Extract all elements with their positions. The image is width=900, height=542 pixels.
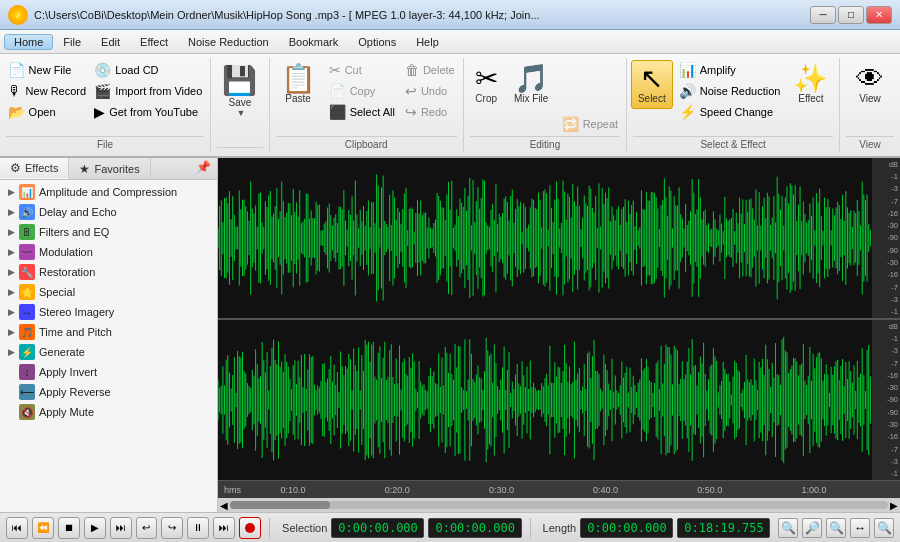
effects-tab-icon: ⚙ bbox=[10, 161, 21, 175]
crop-button[interactable]: ✂ Crop bbox=[468, 60, 505, 109]
category-generate[interactable]: ▶ ⚡ Generate bbox=[0, 342, 217, 362]
paste-button[interactable]: 📋 Paste bbox=[274, 60, 323, 109]
waveform-channel-top[interactable]: dB -1 -3 -7 -16 -30 -90 -90 -30 -16 -7 -… bbox=[218, 158, 900, 320]
mix-file-icon: 🎵 bbox=[514, 65, 549, 93]
transport-stop-button[interactable]: ⏹ bbox=[58, 517, 80, 539]
menu-home[interactable]: Home bbox=[4, 34, 53, 50]
copy-button[interactable]: 📄 Copy bbox=[325, 81, 399, 101]
category-stereo-imagery[interactable]: ▶ ↔ Stereo Imagery bbox=[0, 302, 217, 322]
redo-icon: ↪ bbox=[405, 104, 417, 120]
ribbon-group-view: 👁 View View bbox=[840, 58, 900, 152]
amplify-button[interactable]: 📊 Amplify bbox=[675, 60, 785, 80]
transport-loop-fwd-button[interactable]: ↪ bbox=[161, 517, 183, 539]
waveform-channel-bottom[interactable]: dB -1 -3 -7 -16 -30 -90 -90 -30 -16 -7 -… bbox=[218, 320, 900, 480]
delete-button[interactable]: 🗑 Delete bbox=[401, 60, 459, 80]
menu-help[interactable]: Help bbox=[406, 34, 449, 50]
category-amplitude[interactable]: ▶ 📊 Amplitude and Compression bbox=[0, 182, 217, 202]
category-filters-eq[interactable]: ▶ 🎚 Filters and EQ bbox=[0, 222, 217, 242]
tab-favorites[interactable]: ★ Favorites bbox=[69, 158, 150, 179]
file-buttons-left: 📄 New File 🎙 New Record 📂 Open bbox=[4, 60, 91, 122]
select-all-button[interactable]: ⬛ Select All bbox=[325, 102, 399, 122]
effect-buttons: 📊 Amplify 🔊 Noise Reduction ⚡ Speed Chan… bbox=[675, 60, 785, 122]
zoom-in-button[interactable]: 🔍 bbox=[778, 518, 798, 538]
category-apply-reverse[interactable]: ▶ ⟵ Apply Reverse bbox=[0, 382, 217, 402]
cut-button[interactable]: ✂ Cut bbox=[325, 60, 399, 80]
timeline: hms 0:10.0 0:20.0 0:30.0 0:40.0 0:50.0 1… bbox=[218, 480, 900, 498]
length-label: Length bbox=[543, 522, 577, 534]
menu-bookmark[interactable]: Bookmark bbox=[279, 34, 349, 50]
get-youtube-button[interactable]: ▶ Get from YouTube bbox=[90, 102, 206, 122]
category-apply-invert[interactable]: ▶ ↕ Apply Invert bbox=[0, 362, 217, 382]
close-button[interactable]: ✕ bbox=[866, 6, 892, 24]
scroll-left-button[interactable]: ◀ bbox=[220, 500, 228, 511]
view-button[interactable]: 👁 View bbox=[849, 60, 891, 109]
menu-options[interactable]: Options bbox=[348, 34, 406, 50]
transport-record-button[interactable] bbox=[239, 517, 261, 539]
effect-button[interactable]: ✨ Effect bbox=[786, 60, 835, 109]
category-delay-echo[interactable]: ▶ 🔊 Delay and Echo bbox=[0, 202, 217, 222]
scrollbar-thumb[interactable] bbox=[230, 501, 330, 509]
pin-button[interactable]: 📌 bbox=[190, 158, 217, 179]
get-youtube-icon: ▶ bbox=[94, 104, 105, 120]
new-file-button[interactable]: 📄 New File bbox=[4, 60, 91, 80]
category-apply-mute[interactable]: ▶ 🔇 Apply Mute bbox=[0, 402, 217, 422]
import-video-button[interactable]: 🎬 Import from Video bbox=[90, 81, 206, 101]
undo-icon: ↩ bbox=[405, 83, 417, 99]
minimize-button[interactable]: ─ bbox=[810, 6, 836, 24]
import-video-label: Import from Video bbox=[115, 85, 202, 97]
favorites-tab-label: Favorites bbox=[94, 163, 139, 175]
zoom-horizontal-button[interactable]: ↔ bbox=[850, 518, 870, 538]
select-all-label: Select All bbox=[350, 106, 395, 118]
delay-echo-category-icon: 🔊 bbox=[19, 204, 35, 220]
menu-bar: Home File Edit Effect Noise Reduction Bo… bbox=[0, 30, 900, 54]
menu-file[interactable]: File bbox=[53, 34, 91, 50]
transport-skip-button[interactable]: ⏭ bbox=[213, 517, 235, 539]
select-effect-group-label: Select & Effect bbox=[633, 136, 833, 150]
save-button[interactable]: 💾 Save ▼ bbox=[216, 60, 263, 122]
open-button[interactable]: 📂 Open bbox=[4, 102, 91, 122]
transport-play-button[interactable]: ▶ bbox=[84, 517, 106, 539]
load-cd-button[interactable]: 💿 Load CD bbox=[90, 60, 206, 80]
speed-change-button[interactable]: ⚡ Speed Change bbox=[675, 102, 785, 122]
get-youtube-label: Get from YouTube bbox=[109, 106, 198, 118]
generate-category-label: Generate bbox=[39, 346, 85, 358]
menu-edit[interactable]: Edit bbox=[91, 34, 130, 50]
category-time-pitch[interactable]: ▶ 🎵 Time and Pitch bbox=[0, 322, 217, 342]
amplify-label: Amplify bbox=[700, 64, 736, 76]
effects-tabs: ⚙ Effects ★ Favorites 📌 bbox=[0, 158, 217, 180]
waveform-canvas-top bbox=[218, 158, 872, 318]
undo-button[interactable]: ↩ Undo bbox=[401, 81, 459, 101]
menu-effect[interactable]: Effect bbox=[130, 34, 178, 50]
category-restoration[interactable]: ▶ 🔧 Restoration bbox=[0, 262, 217, 282]
delete-label: Delete bbox=[423, 64, 455, 76]
transport-rewind-button[interactable]: ⏪ bbox=[32, 517, 54, 539]
menu-noise-reduction[interactable]: Noise Reduction bbox=[178, 34, 279, 50]
noise-reduction-button[interactable]: 🔊 Noise Reduction bbox=[675, 81, 785, 101]
transport-next-button[interactable]: ⏭ bbox=[110, 517, 132, 539]
amplify-icon: 📊 bbox=[679, 62, 696, 78]
apply-reverse-category-label: Apply Reverse bbox=[39, 386, 111, 398]
window-title: C:\Users\CoBi\Desktop\Mein Ordner\Musik\… bbox=[34, 9, 810, 21]
h-scrollbar[interactable]: ◀ ▶ bbox=[218, 498, 900, 512]
crop-icon: ✂ bbox=[475, 65, 498, 93]
zoom-custom-button[interactable]: 🔍 bbox=[874, 518, 894, 538]
scroll-right-button[interactable]: ▶ bbox=[890, 500, 898, 511]
transport-loop-back-button[interactable]: ↩ bbox=[136, 517, 158, 539]
zoom-fit-button[interactable]: 🔍 bbox=[826, 518, 846, 538]
new-record-button[interactable]: 🎙 New Record bbox=[4, 81, 91, 101]
transport-pause-button[interactable]: ⏸ bbox=[187, 517, 209, 539]
scrollbar-track bbox=[230, 501, 888, 509]
category-modulation[interactable]: ▶ 〰 Modulation bbox=[0, 242, 217, 262]
mix-file-button[interactable]: 🎵 Mix File bbox=[507, 60, 556, 109]
transport-to-start-button[interactable]: ⏮ bbox=[6, 517, 28, 539]
tab-effects[interactable]: ⚙ Effects bbox=[0, 158, 69, 179]
select-button[interactable]: ↖ Select bbox=[631, 60, 673, 109]
redo-button[interactable]: ↪ Redo bbox=[401, 102, 459, 122]
repeat-button[interactable]: 🔁 Repeat bbox=[558, 114, 622, 134]
speed-change-label: Speed Change bbox=[700, 106, 773, 118]
filters-eq-category-label: Filters and EQ bbox=[39, 226, 109, 238]
category-special[interactable]: ▶ ⭐ Special bbox=[0, 282, 217, 302]
zoom-out-button[interactable]: 🔎 bbox=[802, 518, 822, 538]
maximize-button[interactable]: □ bbox=[838, 6, 864, 24]
time-mark-1: 0:10.0 bbox=[241, 485, 345, 495]
